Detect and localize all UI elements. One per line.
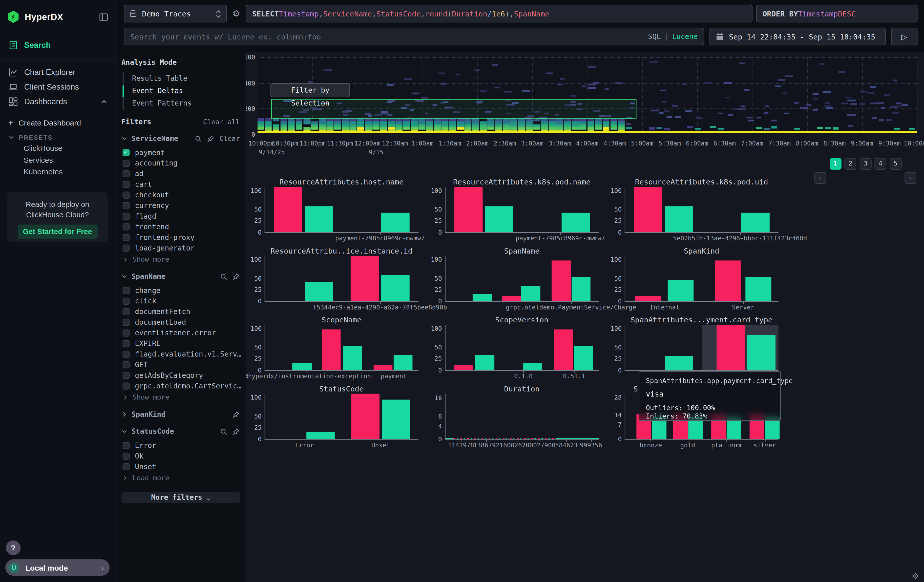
chart-plot[interactable] — [445, 256, 599, 302]
get-started-button[interactable]: Get Started for Free — [17, 224, 98, 239]
outlier-bar[interactable] — [502, 296, 521, 302]
inlier-bar[interactable] — [665, 206, 693, 232]
checkbox[interactable] — [122, 383, 130, 390]
pin-icon[interactable] — [232, 272, 240, 280]
checkbox[interactable] — [122, 298, 130, 305]
checkbox[interactable] — [122, 160, 130, 167]
pin-icon[interactable] — [232, 428, 240, 435]
checkbox[interactable] — [122, 361, 130, 368]
filter-option-getadsbycategory[interactable]: getAdsByCategory — [121, 370, 240, 381]
inlier-bar[interactable] — [475, 355, 494, 370]
inlier-bar[interactable] — [306, 432, 335, 439]
filter-option-expire[interactable]: EXPIRE — [121, 338, 240, 349]
source-settings-gear-icon[interactable]: ⚙ — [231, 5, 241, 23]
preset-item-clickhouse[interactable]: ClickHouse — [0, 143, 116, 155]
chart-plot[interactable] — [265, 256, 419, 302]
inlier-bar[interactable] — [381, 213, 410, 232]
help-button[interactable]: ? — [6, 541, 20, 555]
filter-by-selection-button[interactable]: Filter by Selection — [271, 83, 350, 97]
outlier-bar[interactable] — [554, 329, 573, 370]
inlier-bar[interactable] — [572, 277, 591, 301]
analysis-mode-event-deltas[interactable]: Event Deltas — [124, 85, 240, 97]
page-button-5[interactable]: 5 — [889, 158, 901, 170]
presets-header[interactable]: PRESETS — [0, 132, 116, 143]
checkbox[interactable] — [122, 191, 130, 199]
local-mode-pill[interactable]: U Local mode › — [5, 559, 110, 576]
checkbox[interactable] — [122, 330, 130, 336]
pin-icon[interactable] — [232, 411, 240, 418]
filter-group-header-spanname[interactable]: SpanName — [121, 272, 240, 281]
checkbox[interactable] — [122, 319, 130, 326]
filter-option-payment[interactable]: payment — [121, 147, 240, 158]
chart-plot[interactable] — [625, 256, 779, 302]
inlier-bar[interactable] — [574, 346, 593, 370]
outlier-bar[interactable] — [274, 187, 302, 232]
clear-group-button[interactable]: Clear — [219, 134, 240, 143]
filter-option-flagd[interactable]: flagd — [121, 211, 240, 222]
sidebar-item-create-dashboard[interactable]: + Create Dashboard — [0, 117, 116, 129]
checkbox[interactable] — [122, 287, 130, 294]
chart-plot[interactable] — [625, 325, 779, 371]
search-icon[interactable] — [195, 135, 202, 142]
checkbox[interactable] — [122, 340, 130, 347]
collapse-sidebar-icon[interactable] — [99, 12, 108, 21]
inlier-bar[interactable] — [393, 355, 412, 370]
lucene-search-input[interactable]: Search your events w/ Lucene ex. column:… — [124, 28, 704, 45]
filter-option-currency[interactable]: currency — [121, 200, 240, 211]
more-filters-button[interactable]: More filters ⌄ — [121, 492, 240, 503]
filter-option-frontend[interactable]: frontend — [121, 222, 240, 232]
source-select[interactable]: Demo Traces — [124, 5, 227, 23]
chart-plot[interactable] — [265, 394, 419, 440]
inlier-bar[interactable] — [561, 213, 590, 232]
outlier-bar[interactable] — [454, 187, 483, 232]
inlier-bar[interactable] — [305, 282, 333, 301]
page-button-3[interactable]: 3 — [860, 158, 871, 170]
outlier-bar[interactable] — [635, 296, 661, 302]
filter-option-load-generator[interactable]: load-generator — [121, 243, 240, 254]
filter-option-checkout[interactable]: checkout — [121, 190, 240, 200]
inlier-bar[interactable] — [473, 294, 492, 301]
page-button-4[interactable]: 4 — [874, 158, 886, 170]
inlier-bar[interactable] — [667, 280, 693, 301]
checkbox[interactable] — [122, 308, 130, 315]
load-more-link[interactable]: Load more — [121, 473, 240, 483]
filter-option-documentload[interactable]: documentLoad — [121, 317, 240, 328]
search-icon[interactable] — [220, 272, 228, 280]
order-by-input[interactable]: ORDER BY Timestamp DESC — [756, 5, 917, 23]
clear-all-button[interactable]: Clear all — [203, 118, 240, 126]
filter-option-unset[interactable]: Unset — [121, 462, 240, 472]
checkbox-checked[interactable] — [122, 149, 130, 156]
chart-plot[interactable] — [265, 187, 419, 233]
chart-plot[interactable] — [445, 325, 599, 371]
page-next-button[interactable]: › — [904, 172, 916, 184]
checkbox[interactable] — [122, 234, 130, 241]
checkbox[interactable] — [122, 213, 130, 220]
inlier-bar[interactable] — [381, 275, 410, 301]
page-prev-button[interactable]: ‹ — [814, 172, 826, 184]
inlier-bar[interactable] — [343, 346, 362, 370]
inlier-bar[interactable] — [382, 399, 410, 439]
filter-option-get[interactable]: GET — [121, 359, 240, 370]
outlier-bar[interactable] — [634, 187, 662, 232]
checkbox[interactable] — [122, 245, 130, 252]
events-heatmap[interactable]: Filter by Selection — [257, 57, 917, 134]
inlier-bar[interactable] — [665, 356, 693, 370]
sidebar-item-chart-explorer[interactable]: Chart Explorer — [0, 65, 116, 79]
checkbox[interactable] — [122, 202, 130, 209]
filter-group-header-spankind[interactable]: SpanKind — [121, 410, 240, 419]
analysis-mode-results-table[interactable]: Results Table — [124, 73, 240, 85]
show-more-link[interactable]: Show more — [121, 255, 240, 264]
chart-plot[interactable] — [445, 394, 599, 440]
checkbox[interactable] — [122, 181, 130, 188]
checkbox[interactable] — [122, 223, 130, 231]
filter-option-frontend-proxy[interactable]: frontend-proxy — [121, 232, 240, 243]
filter-option-accounting[interactable]: accounting — [121, 158, 240, 168]
outlier-bar[interactable] — [351, 256, 379, 301]
inlier-bar[interactable] — [747, 335, 776, 370]
settings-gear-icon[interactable]: ⚙ — [912, 572, 919, 580]
run-query-button[interactable]: ▷ — [891, 28, 918, 45]
preset-item-services[interactable]: Services — [0, 154, 116, 166]
search-icon[interactable] — [220, 428, 228, 435]
checkbox[interactable] — [122, 372, 130, 379]
sql-select-input[interactable]: SELECT Timestamp, ServiceName, StatusCod… — [246, 5, 752, 23]
